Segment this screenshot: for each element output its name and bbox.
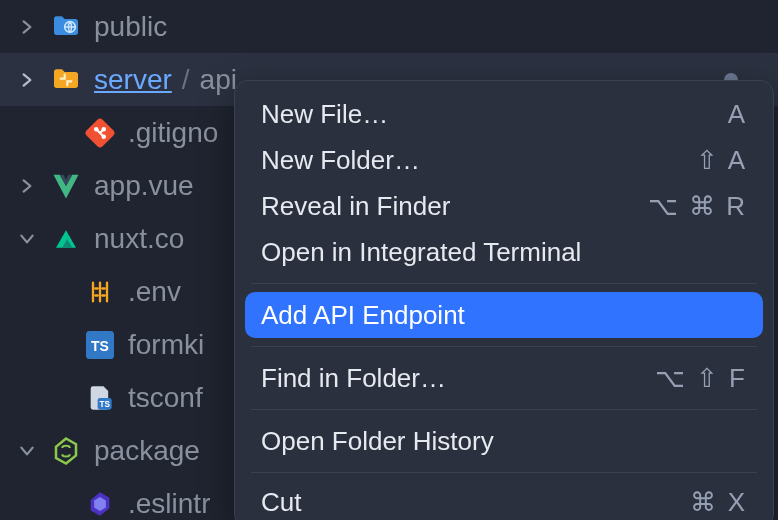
- chevron-right-icon: [10, 177, 44, 195]
- context-menu: New File… A New Folder… ⇧ A Reveal in Fi…: [234, 80, 774, 520]
- menu-item-cut[interactable]: Cut ⌘ X: [235, 481, 773, 520]
- typescript-icon: TS: [84, 329, 116, 361]
- menu-item-folder-history[interactable]: Open Folder History: [235, 418, 773, 464]
- git-icon: [84, 117, 116, 149]
- menu-item-label: New File…: [261, 99, 388, 130]
- chevron-right-icon: [10, 71, 44, 89]
- menu-item-label: Add API Endpoint: [261, 300, 465, 331]
- svg-text:TS: TS: [91, 337, 109, 353]
- menu-item-add-api-endpoint[interactable]: Add API Endpoint: [245, 292, 763, 338]
- vue-icon: [50, 170, 82, 202]
- menu-item-label: New Folder…: [261, 145, 420, 176]
- menu-item-shortcut: ⇧ A: [696, 145, 747, 176]
- menu-item-open-terminal[interactable]: Open in Integrated Terminal: [235, 229, 773, 275]
- tree-item-label: formki: [128, 329, 204, 361]
- tree-item-public[interactable]: public: [0, 0, 778, 53]
- folder-public-icon: [50, 11, 82, 43]
- tree-item-label: .gitigno: [128, 117, 218, 149]
- tree-item-label: app.vue: [94, 170, 194, 202]
- menu-separator: [251, 346, 757, 347]
- menu-item-shortcut: ⌘ X: [690, 487, 747, 518]
- menu-item-label: Open Folder History: [261, 426, 494, 457]
- menu-item-reveal-finder[interactable]: Reveal in Finder ⌥ ⌘ R: [235, 183, 773, 229]
- tree-item-label: .env: [128, 276, 181, 308]
- nuxt-icon: [50, 223, 82, 255]
- menu-separator: [251, 409, 757, 410]
- chevron-down-icon: [10, 442, 44, 460]
- eslint-icon: [84, 488, 116, 520]
- svg-text:TS: TS: [99, 400, 110, 409]
- menu-item-find-in-folder[interactable]: Find in Folder… ⌥ ⇧ F: [235, 355, 773, 401]
- menu-item-label: Open in Integrated Terminal: [261, 237, 581, 268]
- tree-item-label: tsconf: [128, 382, 203, 414]
- menu-item-new-folder[interactable]: New Folder… ⇧ A: [235, 137, 773, 183]
- menu-separator: [251, 472, 757, 473]
- folder-server-icon: [50, 64, 82, 96]
- menu-item-shortcut: ⌥ ⇧ F: [655, 363, 747, 394]
- path-separator: /: [182, 64, 190, 96]
- tree-item-label-suffix: api: [200, 64, 237, 96]
- menu-item-label: Find in Folder…: [261, 363, 446, 394]
- tree-item-label-link: server: [94, 64, 172, 96]
- tree-item-label: package: [94, 435, 200, 467]
- tree-item-label: .eslintr: [128, 488, 210, 520]
- tsconfig-icon: TS: [84, 382, 116, 414]
- menu-item-label: Cut: [261, 487, 301, 518]
- tree-item-label: nuxt.co: [94, 223, 184, 255]
- menu-item-new-file[interactable]: New File… A: [235, 91, 773, 137]
- menu-item-shortcut: ⌥ ⌘ R: [648, 191, 747, 222]
- tree-item-label: public: [94, 11, 167, 43]
- chevron-down-icon: [10, 230, 44, 248]
- env-icon: [84, 276, 116, 308]
- menu-item-shortcut: A: [728, 99, 747, 130]
- chevron-right-icon: [10, 18, 44, 36]
- menu-separator: [251, 283, 757, 284]
- menu-item-label: Reveal in Finder: [261, 191, 450, 222]
- nodejs-icon: [50, 435, 82, 467]
